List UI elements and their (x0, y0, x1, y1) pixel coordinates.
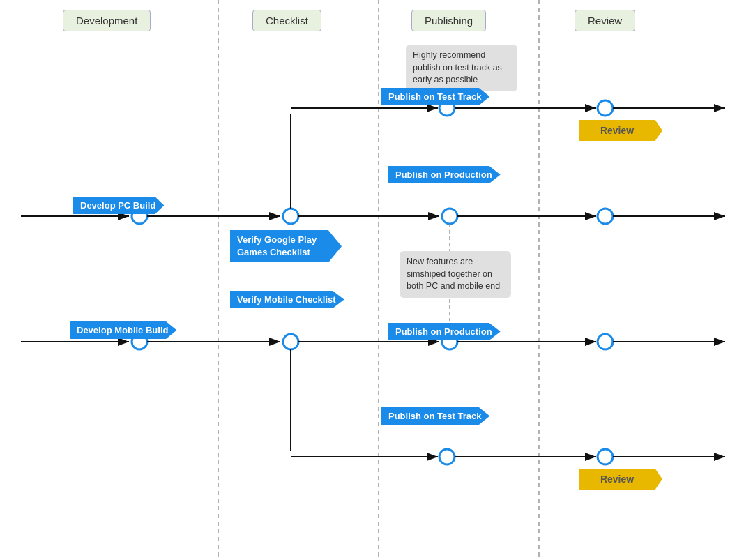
diagram: Development Checklist Publishing Review … (0, 0, 737, 560)
label-review-bot: Review (572, 469, 662, 490)
svg-point-28 (598, 334, 613, 349)
label-verify-mobile: Verify Mobile Checklist (230, 291, 344, 308)
svg-point-10 (442, 209, 457, 224)
svg-point-12 (598, 209, 613, 224)
col-checklist: Checklist (252, 10, 321, 31)
label-verify-google: Verify Google Play Games Checklist (230, 230, 342, 262)
label-review-top: Review (572, 120, 662, 141)
label-develop-mobile: Develop Mobile Build (70, 321, 176, 339)
svg-point-18 (598, 100, 613, 116)
svg-point-34 (598, 449, 613, 464)
svg-point-32 (439, 449, 455, 464)
svg-point-24 (283, 334, 298, 349)
label-publish-test-bot: Publish on Test Track (381, 407, 489, 425)
note-test-track: Highly recommend publish on test track a… (406, 45, 517, 91)
label-publish-prod-bot: Publish on Production (388, 323, 501, 340)
col-review: Review (575, 10, 635, 31)
label-publish-test-top: Publish on Test Track (381, 88, 489, 105)
label-publish-prod-top: Publish on Production (388, 166, 501, 183)
svg-point-8 (283, 209, 298, 224)
col-development: Development (63, 10, 151, 31)
col-publishing: Publishing (411, 10, 486, 31)
label-develop-pc: Develop PC Build (73, 197, 164, 214)
note-simship: New features are simshiped together on b… (400, 251, 511, 298)
